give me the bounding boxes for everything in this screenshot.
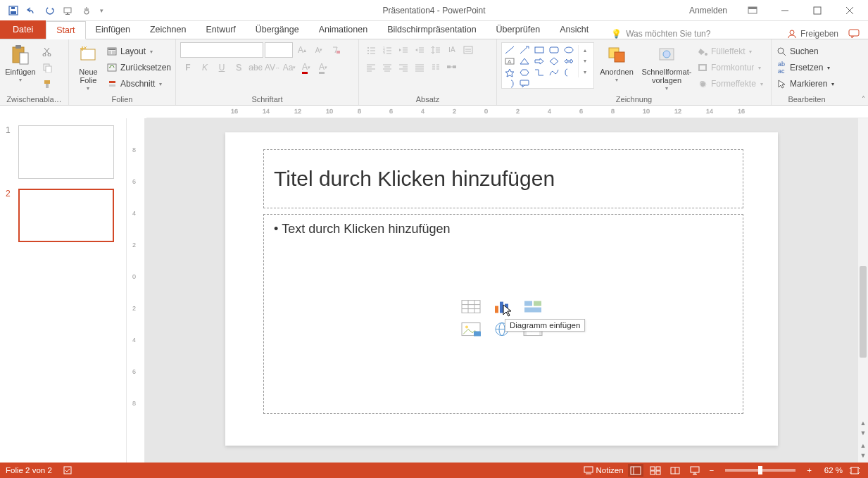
tab-home[interactable]: Start	[46, 21, 85, 39]
insert-table-icon[interactable]	[460, 298, 482, 315]
underline-icon[interactable]: U	[214, 60, 229, 75]
shapes-scroll-down-icon[interactable]: ▾	[584, 58, 586, 64]
svg-text:2: 2	[132, 305, 136, 312]
next-slide-icon[interactable]: ▼	[858, 427, 868, 439]
tab-transitions[interactable]: Übergänge	[246, 20, 309, 39]
next-slide-double-icon[interactable]: ▼	[858, 450, 868, 461]
tab-design[interactable]: Entwurf	[196, 20, 245, 39]
fit-to-window-icon[interactable]	[847, 464, 862, 477]
quick-styles-button[interactable]: Schnellformat- vorlagen▾	[639, 42, 694, 92]
zoom-slider[interactable]	[725, 469, 795, 472]
vertical-scrollbar[interactable]: ▲ ▼ ▲ ▼	[858, 118, 868, 463]
font-color-icon[interactable]: A▾	[298, 60, 314, 75]
comments-icon[interactable]	[848, 29, 860, 39]
svg-rect-152	[650, 467, 655, 470]
bold-icon[interactable]: F	[180, 60, 196, 75]
slide-canvas[interactable]: Titel durch Klicken hinzufügen • Text du…	[145, 118, 868, 463]
tab-draw[interactable]: Zeichnen	[140, 20, 196, 39]
change-case-icon[interactable]: Aa▾	[282, 60, 297, 75]
zoom-in-icon[interactable]: +	[804, 466, 814, 474]
clear-formatting-icon[interactable]	[328, 42, 344, 58]
close-icon[interactable]	[834, 1, 865, 20]
align-right-icon[interactable]	[396, 60, 411, 75]
bullets-icon[interactable]	[363, 42, 379, 58]
scrollbar-thumb[interactable]	[860, 266, 867, 358]
shape-effects-button[interactable]: Formeffekte▾	[697, 76, 763, 92]
slide-thumbnail-1[interactable]	[18, 125, 114, 179]
svg-rect-135	[524, 301, 532, 306]
reading-view-icon[interactable]	[667, 464, 683, 477]
tab-review[interactable]: Überprüfen	[486, 20, 551, 39]
character-spacing-icon[interactable]: AV↔	[265, 60, 280, 75]
qat-dropdown-icon[interactable]: ▾	[97, 3, 106, 18]
zoom-level[interactable]: 62 %	[819, 466, 843, 474]
shapes-scroll-up-icon[interactable]: ▴	[584, 47, 586, 54]
font-size-combo[interactable]	[265, 42, 293, 58]
touch-mode-icon[interactable]	[79, 3, 94, 18]
find-button[interactable]: Suchen	[776, 44, 834, 59]
slide-counter[interactable]: Folie 2 von 2	[6, 466, 52, 474]
columns-icon[interactable]	[428, 60, 444, 75]
line-spacing-icon[interactable]	[428, 42, 444, 58]
justify-icon[interactable]	[412, 60, 427, 75]
insert-picture-icon[interactable]	[460, 321, 482, 338]
shape-fill-button[interactable]: Fülleffekt▾	[697, 44, 763, 59]
section-button[interactable]: Abschnitt▾	[106, 76, 171, 92]
login-button[interactable]: Anmelden	[681, 1, 736, 20]
minimize-icon[interactable]	[769, 1, 800, 20]
notes-button[interactable]: Notizen	[584, 466, 624, 474]
arrange-button[interactable]: Anordnen▾	[597, 42, 636, 84]
slide-thumbnail-2[interactable]	[18, 189, 114, 242]
increase-font-icon[interactable]: A▴	[294, 42, 310, 58]
new-slide-button[interactable]: Neue Folie ▾	[73, 42, 103, 92]
replace-button[interactable]: abacErsetzen▾	[776, 60, 834, 75]
slide-sorter-icon[interactable]	[648, 464, 663, 477]
undo-icon[interactable]	[24, 3, 39, 18]
reset-button[interactable]: Zurücksetzen	[106, 60, 171, 75]
decrease-font-icon[interactable]: A▾	[311, 42, 327, 58]
insert-chart-icon[interactable]	[491, 298, 513, 315]
tell-me-search[interactable]: 💡 Was möchten Sie tun?	[611, 29, 710, 39]
content-placeholder[interactable]: • Text durch Klicken hinzufügen Diagramm…	[263, 214, 743, 414]
font-name-combo[interactable]	[180, 42, 263, 58]
align-left-icon[interactable]	[363, 60, 379, 75]
collapse-ribbon-icon[interactable]: ˄	[862, 95, 865, 103]
strikethrough-icon[interactable]: abc	[248, 60, 263, 75]
title-placeholder[interactable]: Titel durch Klicken hinzufügen	[263, 149, 743, 208]
ribbon-display-icon[interactable]	[737, 1, 768, 20]
numbering-icon[interactable]: 123	[379, 42, 395, 58]
tab-insert[interactable]: Einfügen	[86, 20, 140, 39]
highlight-icon[interactable]: A▾	[315, 60, 331, 75]
align-text-icon[interactable]	[460, 42, 476, 58]
align-center-icon[interactable]	[379, 60, 395, 75]
copy-icon[interactable]	[39, 60, 55, 75]
select-button[interactable]: Markieren▾	[776, 76, 834, 92]
italic-icon[interactable]: K	[197, 60, 213, 75]
spellcheck-icon[interactable]	[61, 464, 76, 477]
text-direction-icon[interactable]: ⅠA	[444, 42, 460, 58]
layout-button[interactable]: Layout▾	[106, 44, 171, 59]
maximize-icon[interactable]	[802, 1, 833, 20]
zoom-out-icon[interactable]: −	[707, 466, 717, 474]
convert-smartart-icon[interactable]	[444, 60, 460, 75]
tab-file[interactable]: Datei	[0, 20, 46, 39]
insert-smartart-icon[interactable]	[522, 298, 544, 315]
format-painter-icon[interactable]	[39, 76, 55, 92]
start-from-beginning-icon[interactable]	[61, 3, 76, 18]
tab-animations[interactable]: Animationen	[309, 20, 378, 39]
shape-outline-button[interactable]: Formkontur▾	[697, 60, 763, 75]
shapes-more-icon[interactable]: ▾	[584, 69, 586, 75]
share-button[interactable]: Freigeben	[787, 29, 838, 39]
save-icon[interactable]	[6, 3, 21, 18]
increase-indent-icon[interactable]	[412, 42, 427, 58]
decrease-indent-icon[interactable]	[396, 42, 411, 58]
tab-slideshow[interactable]: Bildschirmpräsentation	[377, 20, 486, 39]
paste-button[interactable]: Einfügen ▾	[4, 42, 37, 84]
shapes-gallery[interactable]: A ▴▾▾	[501, 42, 594, 89]
redo-icon[interactable]	[42, 3, 58, 18]
tab-view[interactable]: Ansicht	[550, 20, 598, 39]
normal-view-icon[interactable]	[628, 464, 643, 477]
cut-icon[interactable]	[39, 44, 55, 59]
slideshow-view-icon[interactable]	[687, 464, 703, 477]
shadow-icon[interactable]: S	[231, 60, 246, 75]
